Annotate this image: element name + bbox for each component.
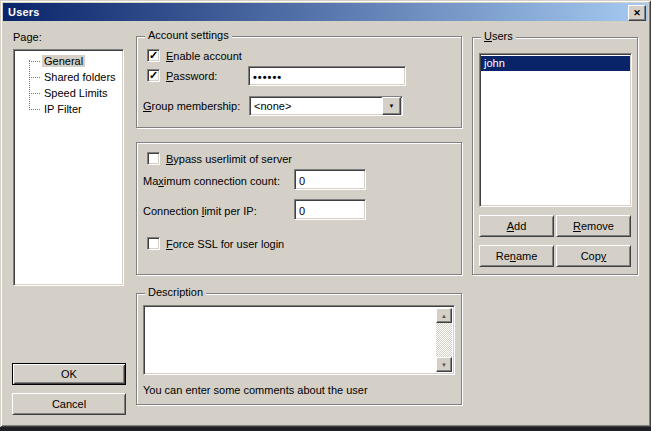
- page-tree[interactable]: General Shared folders Speed Limits IP F…: [13, 49, 124, 286]
- chevron-down-icon[interactable]: ▼: [382, 97, 401, 115]
- group-membership-label: Group membership:: [143, 100, 240, 112]
- page-label: Page:: [13, 31, 42, 43]
- check-icon: ✓: [149, 50, 158, 61]
- description-textarea[interactable]: ▲ ▼: [143, 305, 455, 375]
- remove-user-button[interactable]: Remove: [556, 215, 631, 237]
- ok-button[interactable]: OK: [12, 363, 126, 385]
- max-connection-count-input[interactable]: [294, 169, 366, 190]
- users-dialog: Users ✕ Page: General Shared folders Spe…: [0, 0, 651, 427]
- account-settings-title: Account settings: [145, 29, 232, 41]
- window-title: Users: [8, 6, 40, 18]
- scroll-down-icon[interactable]: ▼: [436, 357, 452, 372]
- description-scrollbar[interactable]: ▲ ▼: [436, 308, 452, 372]
- tree-item-general[interactable]: General: [16, 53, 121, 69]
- password-input[interactable]: [248, 66, 406, 86]
- rename-user-button[interactable]: Rename: [479, 245, 554, 267]
- group-membership-value: <none>: [250, 100, 381, 112]
- enable-account-checkbox[interactable]: ✓: [147, 49, 160, 62]
- copy-user-button[interactable]: Copy: [556, 245, 631, 267]
- tree-item-shared-folders[interactable]: Shared folders: [16, 69, 121, 85]
- bypass-userlimit-label[interactable]: Bypass userlimit of server: [166, 153, 292, 165]
- user-list-item-john[interactable]: john: [481, 56, 630, 71]
- enable-account-label[interactable]: Enable account: [166, 50, 242, 62]
- title-bar: Users ✕: [3, 3, 648, 21]
- group-membership-select[interactable]: <none> ▼: [249, 96, 403, 116]
- cancel-button[interactable]: Cancel: [12, 393, 126, 415]
- scroll-up-icon[interactable]: ▲: [436, 308, 452, 323]
- tree-item-ip-filter[interactable]: IP Filter: [16, 101, 121, 117]
- add-user-button[interactable]: Add: [479, 215, 554, 237]
- desktop-background-strip: [0, 427, 651, 431]
- close-button[interactable]: ✕: [628, 5, 646, 21]
- users-group-title: Users: [481, 30, 516, 42]
- close-icon: ✕: [633, 9, 641, 18]
- force-ssl-checkbox[interactable]: [147, 237, 160, 250]
- password-checkbox[interactable]: ✓: [147, 69, 160, 82]
- users-listbox[interactable]: john: [479, 53, 632, 207]
- connection-limit-per-ip-label: Connection limit per IP:: [143, 205, 257, 217]
- max-connection-count-label: Maximum connection count:: [143, 175, 280, 187]
- description-title: Description: [145, 286, 206, 298]
- bypass-userlimit-checkbox[interactable]: [147, 152, 160, 165]
- force-ssl-label[interactable]: Force SSL for user login: [166, 238, 284, 250]
- tree-item-speed-limits[interactable]: Speed Limits: [16, 85, 121, 101]
- check-icon: ✓: [149, 70, 158, 81]
- connection-limit-per-ip-input[interactable]: [294, 199, 366, 220]
- password-label[interactable]: Password:: [166, 70, 217, 82]
- description-hint: You can enter some comments about the us…: [143, 384, 368, 396]
